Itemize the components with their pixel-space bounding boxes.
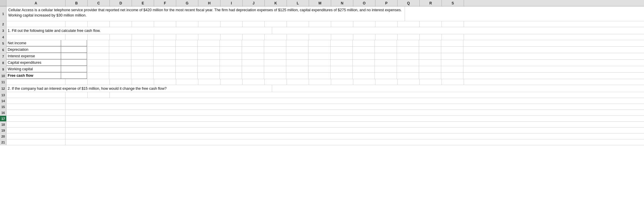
- cell-p11[interactable]: [375, 79, 398, 85]
- cell-c5[interactable]: [87, 40, 109, 46]
- cell-j5[interactable]: [242, 40, 264, 46]
- table-row[interactable]: 12 2. If the company had an interest exp…: [0, 85, 644, 92]
- cell-g2[interactable]: [176, 21, 198, 27]
- cell-b11[interactable]: [66, 79, 88, 85]
- cell-p5[interactable]: [375, 40, 397, 46]
- cell-i4[interactable]: [220, 34, 243, 40]
- cell-a12[interactable]: 2. If the company had an interest expens…: [6, 85, 272, 92]
- cell-b5[interactable]: [61, 40, 87, 46]
- cell-m6[interactable]: [308, 47, 331, 53]
- cell-q2[interactable]: [398, 21, 420, 27]
- cell-p4[interactable]: [375, 34, 398, 40]
- cell-f4[interactable]: [154, 34, 176, 40]
- table-row[interactable]: 1 Cellular Access is a cellular telephon…: [0, 6, 644, 21]
- cell-l7[interactable]: [286, 53, 308, 59]
- cell-a11[interactable]: [6, 79, 66, 85]
- cell-a7[interactable]: Interest expense: [6, 53, 61, 59]
- cell-e5[interactable]: [131, 40, 153, 46]
- cell-r8[interactable]: [419, 60, 441, 66]
- cell-q4[interactable]: [398, 34, 420, 40]
- cell-f5[interactable]: [153, 40, 176, 46]
- cell-b4[interactable]: [66, 34, 88, 40]
- cell-h4[interactable]: [198, 34, 220, 40]
- cell-j10[interactable]: [242, 73, 264, 79]
- table-row[interactable]: 10 Free cash flow: [0, 73, 644, 79]
- cell-i10[interactable]: [220, 73, 242, 79]
- cell-h10[interactable]: [198, 73, 220, 79]
- cell-o5[interactable]: [353, 40, 375, 46]
- col-header-a[interactable]: A: [6, 0, 66, 6]
- cell-p10[interactable]: [375, 73, 397, 79]
- col-header-p[interactable]: P: [375, 0, 398, 6]
- cell-c4[interactable]: [88, 34, 110, 40]
- table-row[interactable]: 21: [0, 139, 644, 145]
- cell-s6[interactable]: [441, 47, 463, 53]
- cell-f9[interactable]: [153, 66, 176, 72]
- cell-m2[interactable]: [309, 21, 331, 27]
- table-row[interactable]: 15: [0, 104, 644, 110]
- cell-f2[interactable]: [154, 21, 176, 27]
- cell-r6[interactable]: [419, 47, 441, 53]
- col-header-d[interactable]: D: [110, 0, 132, 6]
- col-header-c[interactable]: C: [88, 0, 110, 6]
- cell-p9[interactable]: [375, 66, 397, 72]
- cell-a5[interactable]: Net income: [6, 40, 61, 46]
- cell-b6[interactable]: [61, 47, 87, 53]
- cell-j9[interactable]: [242, 66, 264, 72]
- cell-g11[interactable]: [176, 79, 198, 85]
- cell-e11[interactable]: [132, 79, 154, 85]
- table-row[interactable]: 8 Capital expenditures: [0, 60, 644, 66]
- col-header-l[interactable]: L: [287, 0, 309, 6]
- cell-k5[interactable]: [264, 40, 286, 46]
- cell-e7[interactable]: [131, 53, 153, 59]
- cell-k11[interactable]: [265, 79, 287, 85]
- cell-k7[interactable]: [264, 53, 286, 59]
- cell-a14[interactable]: [6, 98, 66, 104]
- cell-g10[interactable]: [176, 73, 198, 79]
- cell-r7[interactable]: [419, 53, 441, 59]
- cell-m8[interactable]: [308, 60, 331, 66]
- cell-i9[interactable]: [220, 66, 242, 72]
- cell-e4[interactable]: [132, 34, 154, 40]
- cell-j8[interactable]: [242, 60, 264, 66]
- cell-d2[interactable]: [110, 21, 132, 27]
- cell-o8[interactable]: [353, 60, 375, 66]
- cell-d5[interactable]: [109, 40, 131, 46]
- cell-s11[interactable]: [442, 79, 464, 85]
- cell-a2[interactable]: [6, 21, 66, 27]
- cell-e9[interactable]: [131, 66, 153, 72]
- table-row[interactable]: 4: [0, 34, 644, 40]
- table-row[interactable]: 18: [0, 122, 644, 128]
- cell-g6[interactable]: [176, 47, 198, 53]
- cell-a9[interactable]: Working capital: [6, 66, 61, 72]
- cell-s2[interactable]: [442, 21, 464, 27]
- col-header-m[interactable]: M: [309, 0, 331, 6]
- cell-b10[interactable]: [61, 73, 87, 79]
- col-header-r[interactable]: R: [420, 0, 442, 6]
- cell-a6[interactable]: Depreciation: [6, 47, 61, 53]
- cell-d7[interactable]: [109, 53, 131, 59]
- table-row[interactable]: 13: [0, 92, 644, 98]
- table-row[interactable]: 7 Interest expense: [0, 53, 644, 60]
- cell-a4[interactable]: [6, 34, 66, 40]
- cell-q9[interactable]: [397, 66, 419, 72]
- table-row[interactable]: 14: [0, 98, 644, 104]
- cell-c8[interactable]: [87, 60, 109, 66]
- cell-a19[interactable]: [6, 128, 66, 133]
- cell-l5[interactable]: [286, 40, 308, 46]
- cell-l2[interactable]: [287, 21, 309, 27]
- cell-n4[interactable]: [331, 34, 353, 40]
- cell-j6[interactable]: [242, 47, 264, 53]
- cell-d6[interactable]: [109, 47, 131, 53]
- cell-o4[interactable]: [353, 34, 375, 40]
- cell-o11[interactable]: [353, 79, 375, 85]
- cell-b7[interactable]: [61, 53, 87, 59]
- cell-a15[interactable]: [6, 104, 66, 110]
- table-row[interactable]: 19: [0, 128, 644, 133]
- table-row[interactable]: 3 1. Fill out the following table and ca…: [0, 27, 644, 34]
- col-header-e[interactable]: E: [132, 0, 154, 6]
- col-header-s[interactable]: S: [442, 0, 464, 6]
- cell-k4[interactable]: [265, 34, 287, 40]
- table-row[interactable]: 6 Depreciation: [0, 47, 644, 53]
- cell-r11[interactable]: [420, 79, 442, 85]
